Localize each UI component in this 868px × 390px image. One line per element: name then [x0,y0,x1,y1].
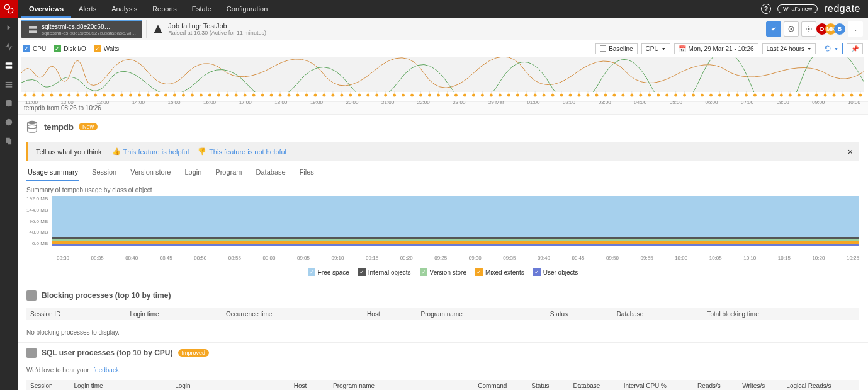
svg-point-97 [375,94,378,97]
tab-version-store[interactable]: Version store [129,164,172,181]
sidebar-list-icon[interactable] [3,78,15,91]
svg-point-79 [296,94,300,97]
refresh-button[interactable]: ▼ [820,43,843,54]
sidebar-db-icon[interactable] [3,97,15,110]
legend-item[interactable]: ✓Free space [308,268,349,276]
nav-alerts[interactable]: Alerts [71,0,104,18]
server-breadcrumb[interactable]: sqltestmi-cs.d8e20c58927b… sqltestmi-cs.… [21,20,142,38]
legend-item[interactable]: ✓Mixed extents [475,268,524,276]
svg-rect-16 [21,57,864,92]
table-col-header[interactable]: Writes/s [738,380,782,390]
svg-point-23 [50,94,53,97]
settings-button[interactable] [801,21,816,37]
pin-button[interactable]: 📌 [847,43,863,54]
alert-banner[interactable]: Job failing: TestJob Raised at 10:30 (Ac… [146,20,273,38]
sidebar-expand-icon[interactable] [3,21,15,34]
table-col-header[interactable]: Command [474,380,527,390]
tab-session[interactable]: Session [91,164,118,181]
feedback-link[interactable]: feedback [93,367,119,374]
app-logo[interactable] [0,0,18,18]
sidebar-server-icon[interactable] [3,59,15,72]
sidebar-copy-icon[interactable] [3,135,15,147]
svg-point-143 [578,94,581,97]
thumbs-down-icon[interactable]: 👎 [198,147,206,156]
table-col-header[interactable]: Occurrence time [222,308,363,320]
alert-subtitle: Raised at 10:30 (Active for 11 minutes) [168,30,266,36]
table-col-header[interactable]: Interval CPU % [620,380,694,390]
svg-point-207 [859,94,862,97]
tab-usage-summary[interactable]: Usage summary [26,164,79,181]
svg-point-139 [560,94,563,97]
confirm-button[interactable] [766,21,781,37]
metric-disk-checkbox[interactable]: ✓Disk I/O [54,45,86,52]
table-col-header[interactable]: Database [613,308,704,320]
table-col-header[interactable]: Status [546,308,613,320]
table-col-header[interactable]: Logical Reads/s [782,380,859,390]
table-col-header[interactable]: Login [171,380,290,390]
nav-estate[interactable]: Estate [184,0,219,18]
blocking-table: Session IDLogin timeOccurrence timeHostP… [26,308,859,320]
metric-cpu-checkbox[interactable]: ✓CPU [23,45,46,52]
legend-item[interactable]: ✓User objects [533,268,578,276]
overview-chart[interactable]: 11:0012:0013:0014:0015:0016:0017:0018:00… [18,57,868,101]
tab-database[interactable]: Database [255,164,287,181]
sidebar-clock-icon[interactable] [3,116,15,129]
tab-files[interactable]: Files [298,164,315,181]
help-icon[interactable]: ? [761,4,771,14]
nav-configuration[interactable]: Configuration [219,0,275,18]
userproc-section-header: SQL user processes (top 10 by CPU) Impro… [18,342,868,363]
svg-point-127 [507,94,510,97]
table-col-header[interactable]: Database [570,380,620,390]
svg-point-155 [630,94,633,97]
top-nav: Overviews Alerts Analysis Reports Estate… [21,0,275,18]
metric-waits-checkbox[interactable]: ✓Waits [94,45,120,52]
svg-point-210 [28,125,37,129]
svg-point-31 [85,94,88,97]
blocking-section-header: Blocking processes (top 10 by time) [18,285,868,306]
user-avatars[interactable]: D MK B [819,23,845,35]
feedback-not-helpful[interactable]: This feature is not helpful [209,148,286,156]
usage-legend: ✓Free space✓Internal objects✓Version sto… [18,263,868,285]
svg-rect-12 [29,30,37,33]
svg-point-67 [244,94,247,97]
table-col-header[interactable]: Reads/s [694,380,738,390]
nav-overviews[interactable]: Overviews [21,0,71,18]
table-col-header[interactable]: Program name [417,308,546,320]
baseline-checkbox[interactable]: Baseline [595,43,637,54]
target-button[interactable] [784,21,799,37]
svg-point-65 [235,94,238,97]
table-col-header[interactable]: Login time [126,308,222,320]
metric-select[interactable]: CPU▼ [641,43,670,54]
svg-point-87 [331,94,334,97]
table-col-header[interactable]: Status [527,380,569,390]
whats-new-button[interactable]: What's new [777,4,818,13]
nav-reports[interactable]: Reports [145,0,184,18]
thumbs-up-icon[interactable]: 👍 [112,147,121,156]
feedback-helpful[interactable]: This feature is helpful [123,148,189,156]
tab-program[interactable]: Program [214,164,243,181]
legend-item[interactable]: ✓Internal objects [358,268,411,276]
table-col-header[interactable]: Host [290,380,329,390]
svg-point-135 [543,94,546,97]
table-col-header[interactable]: Session ID [26,308,126,320]
date-picker[interactable]: 📅Mon, 29 Mar 21 - 10:26 [674,43,758,54]
svg-point-8 [6,119,13,126]
usage-chart[interactable]: 192.0 MB144.0 MB96.0 MB48.0 MB0.0 MB 08:… [18,196,868,263]
range-select[interactable]: Last 24 hours▼ [762,43,816,54]
sidebar-activity-icon[interactable] [3,40,15,53]
table-col-header[interactable]: Login time [70,380,172,390]
svg-point-193 [798,94,801,97]
close-icon[interactable]: × [848,147,853,157]
table-col-header[interactable]: Program name [329,380,474,390]
more-button[interactable]: ⋮ [848,21,863,37]
svg-point-183 [753,94,757,97]
topbar: Overviews Alerts Analysis Reports Estate… [0,0,868,18]
legend-item[interactable]: ✓Version store [420,268,466,276]
table-col-header[interactable]: Total blocking time [704,308,860,320]
tab-login[interactable]: Login [183,164,203,181]
main-content: sqltestmi-cs.d8e20c58927b… sqltestmi-cs.… [18,18,868,390]
nav-analysis[interactable]: Analysis [104,0,145,18]
svg-point-47 [155,94,159,97]
table-col-header[interactable]: Host [363,308,417,320]
table-col-header[interactable]: Session [26,380,70,390]
